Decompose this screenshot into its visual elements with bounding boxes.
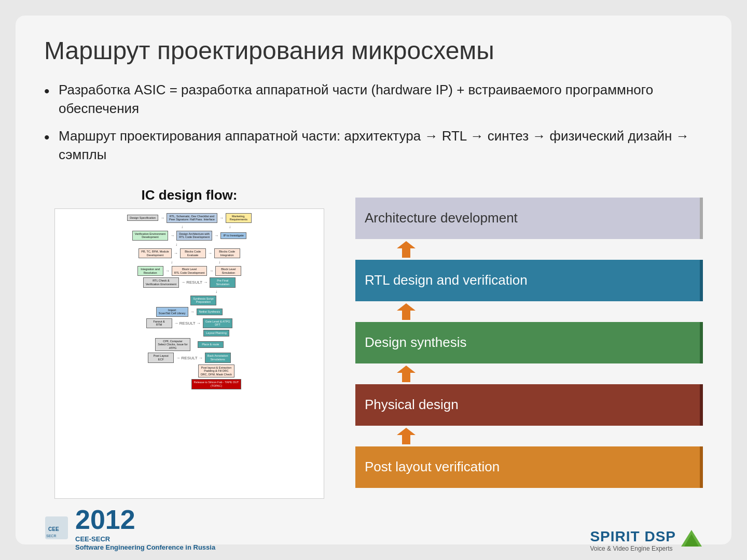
diagram-inner: Design Specification → RTL, Schematic, D… (55, 209, 324, 498)
content-row: IC design flow: Design Specification → R… (44, 187, 703, 499)
arr5: → (174, 251, 178, 256)
svg-marker-2 (397, 366, 416, 382)
diag-box-blkl2: Block LevelSimulation (215, 266, 241, 276)
arrow-3 (355, 366, 703, 382)
diag-box-rtlck: RTL Check &Verification Environment (143, 277, 179, 287)
diag-box-import: ImportScan/Std Cell Library (156, 307, 188, 317)
flow-box-physical: Physical design (355, 384, 703, 426)
diag-row-17: Release to Silicon Fab - TAPE OUT(TOPAC) (137, 379, 242, 389)
cee-logo-icon: CEE SECR (44, 515, 69, 540)
arrow-down-icon-1 (397, 241, 416, 258)
year-group: 2012 CEE-SECR Software Engineering Confe… (75, 504, 215, 553)
diag-box-pr: Place & route (198, 341, 224, 348)
arr6: → (208, 251, 212, 256)
diag-row-12: Fanout &RTM → RESULT → Gate Level & ATPG… (146, 318, 233, 328)
arrow-down-icon-4 (397, 428, 416, 444)
arr3: → (170, 233, 174, 238)
flow-box-arch: Architecture development (355, 198, 703, 239)
diag-arr2: → (219, 216, 224, 220)
diag-row-10: Synthesis ScriptPreparation (162, 296, 216, 305)
diag-row-14: CPF, ComputerSelect Clocks, Issue forATP… (155, 338, 223, 352)
svg-marker-3 (397, 428, 416, 444)
right-panel: Architecture development RTL design and … (355, 187, 703, 488)
down5: ↓ (218, 260, 220, 264)
logo-year: 2012 (75, 504, 215, 535)
slide-title: Маршрут проектирования микросхемы (44, 36, 703, 65)
diag-box-blkl: Block LevelRTL Code Development (172, 266, 208, 276)
diag-row-16: Post layout & ExtractionPadding & Fill D… (144, 365, 234, 378)
diag-row-5: PB, TC, BFM, ModuleDevelopment → Blocks … (139, 248, 240, 258)
ic-title: IC design flow: (142, 187, 238, 203)
diag-row-4: ↓ (163, 242, 216, 247)
arr11: → RESULT → (174, 321, 201, 326)
arr9: → RESULT → (181, 280, 208, 285)
diag-box-rtl: RTL, Schematic, Dev Checklist andPeer Si… (167, 213, 217, 223)
diag-row-3: Verification EnvironmentDevelopment → De… (132, 231, 246, 241)
spirit-dsp-icon (680, 529, 703, 552)
down2: ↓ (229, 225, 231, 229)
logo-right: SPIRIT DSP Voice & Video Engine Experts (590, 528, 703, 552)
diag-box-venv: Verification EnvironmentDevelopment (132, 231, 168, 241)
arrow-1 (355, 241, 703, 258)
arrow-down-icon-3 (397, 366, 416, 382)
flow-label-arch: Architecture development (365, 210, 518, 226)
bullet-1: Разработка ASIC = разработка аппаратной … (44, 80, 703, 118)
diag-box-post: Post LayoutECF (148, 353, 174, 362)
bullet-2: Маршрут проектирования аппаратной части:… (44, 127, 703, 164)
down1: ↓ (181, 225, 183, 229)
diag-box-dft: Gate Level & ATPGDFT (203, 318, 233, 328)
arrow-2 (355, 303, 703, 320)
diag-row-15: Post LayoutECF → RESULT → Back Annotatio… (148, 353, 230, 362)
footer: CEE SECR 2012 CEE-SECR Software Engineer… (44, 504, 703, 553)
arr12: → RESULT → (176, 356, 202, 360)
flow-label-synthesis: Design synthesis (365, 334, 467, 351)
svg-marker-1 (397, 303, 416, 320)
left-panel: IC design flow: Design Specification → R… (44, 187, 335, 499)
logo-cee-sub: Software Engineering Conference in Russi… (75, 543, 215, 551)
diag-box-tapeout: Post layout & ExtractionPadding & Fill D… (198, 365, 234, 378)
spirit-text: SPIRIT DSP Voice & Video Engine Experts (590, 528, 676, 552)
diag-row-7: Integration andResolution → Block LevelR… (137, 266, 242, 276)
svg-marker-0 (397, 241, 416, 258)
arrow-down-icon-2 (397, 303, 416, 320)
spirit-dsp-sub: Voice & Video Engine Experts (590, 545, 676, 552)
diag-row-9: ↓ (161, 289, 217, 294)
diag-row-11: ImportScan/Std Cell Library → Netlist Sy… (156, 307, 223, 317)
diag-box-mkt: Marketing,Requirements (226, 213, 252, 223)
ic-diagram: Design Specification → RTL, Schematic, D… (54, 208, 324, 499)
spirit-dsp-name: SPIRIT DSP (590, 528, 676, 545)
arr8: → (209, 269, 213, 273)
arr10: → (190, 310, 195, 314)
arr7: → (165, 269, 170, 273)
diag-row-1: Design Specification → RTL, Schematic, D… (127, 213, 252, 223)
diag-box-backanno: Back AnnotationSimulations (205, 353, 231, 362)
logo-left: CEE SECR 2012 CEE-SECR Software Engineer… (44, 504, 215, 553)
diag-box-parm: Fanout &RTM (146, 318, 172, 328)
diag-box-cpf: CPF, ComputerSelect Clocks, Issue forATP… (155, 338, 190, 352)
flow-label-rtl: RTL design and verification (365, 272, 528, 288)
diag-row-2: ↓ ↓ (148, 225, 231, 229)
bullets-list: Разработка ASIC = разработка аппаратной … (44, 80, 703, 173)
diag-box-fpm: Pre FinalSimulation (210, 277, 236, 287)
logo-cee: CEE-SECR Software Engineering Conference… (75, 535, 215, 553)
flow-box-postlayout: Post layout verification (355, 446, 703, 488)
diag-box-blocks: Blocks CodeEvaluate (180, 248, 206, 258)
down4: ↓ (171, 260, 173, 264)
diag-box-lp: Layout Planning (203, 330, 229, 337)
down3: ↓ (175, 242, 177, 247)
flow-label-physical: Physical design (365, 397, 459, 413)
slide: Маршрут проектирования микросхемы Разраб… (16, 16, 731, 544)
svg-text:SECR: SECR (46, 534, 56, 538)
flow-box-synthesis: Design synthesis (355, 322, 703, 363)
flow-label-postlayout: Post layout verification (365, 459, 500, 475)
diag-row-8: RTL Check &Verification Environment → RE… (143, 277, 236, 287)
logo-cee-name: CEE-SECR (75, 535, 110, 543)
flow-box-rtl: RTL design and verification (355, 260, 703, 301)
arr4: → (214, 233, 218, 238)
diag-box-tape: Release to Silicon Fab - TAPE OUT(TOPAC) (191, 379, 242, 389)
diag-box-netlist: Netlist Synthesis (197, 309, 223, 315)
diag-box-synthscr: Synthesis ScriptPreparation (190, 296, 216, 305)
diag-row-13: Layout Planning (149, 330, 229, 337)
svg-text:CEE: CEE (48, 526, 59, 532)
down6: ↓ (215, 289, 217, 294)
